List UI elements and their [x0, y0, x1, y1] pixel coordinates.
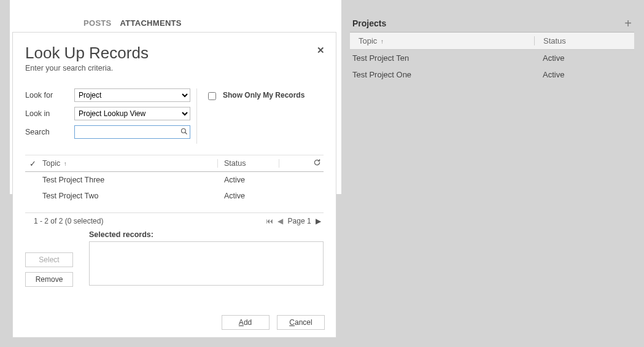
- selected-records-label: Selected records:: [89, 230, 324, 239]
- grid-cell-status: Active: [218, 192, 279, 200]
- look-for-select[interactable]: Project: [74, 88, 190, 102]
- projects-cell-status: Active: [534, 53, 634, 63]
- grid-cell-topic[interactable]: Test Project Two: [40, 192, 218, 200]
- svg-line-1: [185, 132, 187, 134]
- grid-row[interactable]: Test Project Two Active: [25, 188, 324, 204]
- grid-col-status-label: Status: [224, 159, 246, 168]
- refresh-icon[interactable]: [279, 158, 324, 168]
- projects-col-topic-label: Topic: [359, 36, 377, 45]
- close-icon[interactable]: ✕: [317, 45, 325, 56]
- projects-grid-header: Topic ↑ Status: [350, 32, 634, 50]
- sort-asc-icon: ↑: [381, 38, 384, 45]
- pager-page-label: Page 1: [288, 217, 311, 225]
- projects-col-status[interactable]: Status: [534, 36, 634, 45]
- tab-posts[interactable]: POSTS: [83, 18, 112, 28]
- pager-prev-icon[interactable]: ◀: [277, 217, 283, 225]
- cancel-button[interactable]: Cancel: [277, 315, 325, 330]
- projects-row[interactable]: Test Project One Active: [350, 66, 634, 83]
- content-tabs: POSTS ATTACHMENTS: [83, 18, 188, 28]
- sort-asc-icon: ↑: [64, 160, 67, 167]
- pager-first-icon[interactable]: ⏮: [266, 217, 273, 225]
- look-in-label: Look in: [25, 109, 74, 118]
- add-project-icon[interactable]: +: [624, 19, 632, 28]
- search-input[interactable]: [75, 127, 179, 138]
- projects-panel: Projects + Topic ↑ Status Test Project T…: [350, 18, 634, 83]
- select-button: Select: [25, 252, 73, 267]
- lookup-records-dialog: ✕ Look Up Records Enter your search crit…: [12, 32, 336, 338]
- projects-cell-status: Active: [534, 70, 634, 79]
- add-button[interactable]: Add: [222, 315, 270, 330]
- search-label: Search: [25, 128, 74, 136]
- grid-row[interactable]: Test Project Three Active: [25, 172, 324, 188]
- show-only-my-records-checkbox[interactable]: [208, 92, 216, 100]
- grid-col-status[interactable]: Status: [218, 159, 279, 168]
- projects-col-status-label: Status: [543, 36, 566, 45]
- remove-button[interactable]: Remove: [25, 272, 73, 287]
- projects-cell-topic[interactable]: Test Project One: [350, 70, 534, 79]
- add-button-rest: dd: [244, 318, 252, 327]
- search-icon[interactable]: [179, 128, 190, 137]
- projects-title: Projects: [352, 18, 386, 28]
- selected-records-box[interactable]: [89, 241, 324, 286]
- look-for-label: Look for: [25, 91, 74, 99]
- select-all-check-icon[interactable]: ✓: [25, 159, 40, 168]
- projects-col-topic[interactable]: Topic ↑: [350, 36, 534, 45]
- grid-col-topic[interactable]: Topic ↑: [40, 159, 218, 168]
- results-grid: ✓ Topic ↑ Status Test Project Three Acti…: [25, 155, 324, 204]
- look-in-select[interactable]: Project Lookup View: [74, 107, 190, 120]
- pager: 1 - 2 of 2 (0 selected) ⏮ ◀ Page 1 ▶: [25, 212, 324, 228]
- search-wrapper: [74, 125, 190, 139]
- projects-cell-topic[interactable]: Test Project Ten: [350, 53, 534, 63]
- projects-row[interactable]: Test Project Ten Active: [350, 50, 634, 66]
- pager-next-icon[interactable]: ▶: [316, 217, 321, 225]
- show-only-my-records-label: Show Only My Records: [223, 91, 305, 99]
- cancel-button-rest: ancel: [295, 318, 312, 327]
- grid-col-topic-label: Topic: [42, 159, 60, 168]
- dialog-title: Look Up Records: [25, 44, 324, 63]
- pager-info: 1 - 2 of 2 (0 selected): [34, 217, 103, 225]
- svg-point-0: [182, 128, 186, 133]
- grid-cell-status: Active: [218, 176, 279, 184]
- tab-attachments[interactable]: ATTACHMENTS: [120, 18, 182, 28]
- grid-cell-topic[interactable]: Test Project Three: [40, 176, 218, 184]
- dialog-subtitle: Enter your search criteria.: [25, 64, 324, 72]
